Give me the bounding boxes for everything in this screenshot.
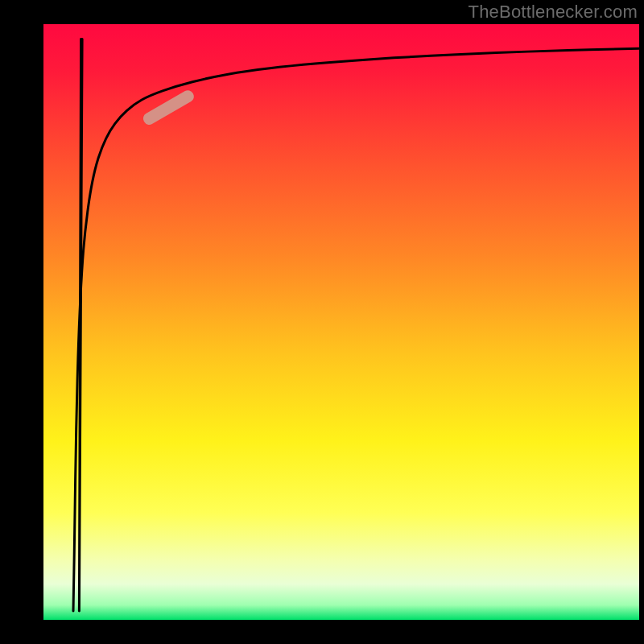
chart-stage: TheBottlenecker.com [0,0,644,644]
chart-svg [0,0,644,644]
plot-background [43,24,639,620]
